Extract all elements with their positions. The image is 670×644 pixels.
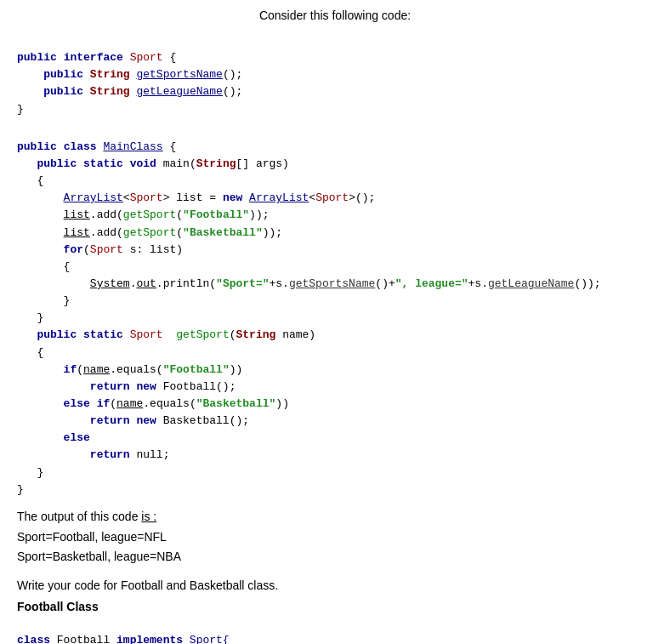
football-title: Football Class (17, 600, 653, 613)
output-label: The output of this code (17, 510, 138, 523)
task-write-label: Write your code for Football and Basketb… (17, 576, 653, 596)
output-section: The output of this code is : Sport=Footb… (17, 507, 653, 567)
code-interface: public interface Sport { public String g… (17, 32, 653, 118)
instruction-text: Consider this following code: (17, 9, 653, 22)
football-code: class Football implements Sport{ //write… (17, 615, 653, 644)
code-mainclass: public class MainClass { public static v… (17, 122, 653, 499)
output-line1: Sport=Football, league=NFL (17, 530, 167, 544)
task-section: Write your code for Football and Basketb… (17, 576, 653, 644)
output-line2: Sport=Basketball, league=NBA (17, 550, 181, 563)
output-is-label: is : (141, 510, 156, 523)
